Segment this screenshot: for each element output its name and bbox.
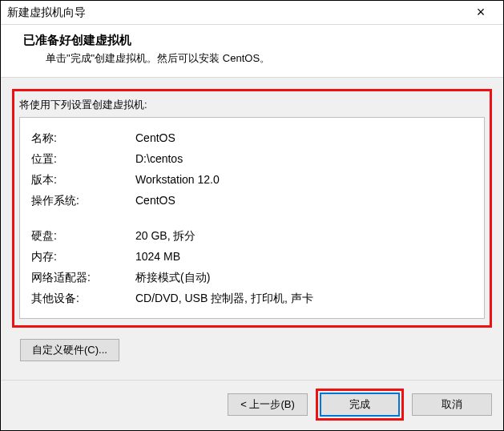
back-button[interactable]: < 上一步(B) xyxy=(228,393,308,416)
value-network: 桥接模式(自动) xyxy=(135,267,473,288)
finish-highlight: 完成 xyxy=(316,389,404,421)
customize-row: 自定义硬件(C)... xyxy=(12,339,492,361)
label-network: 网络适配器: xyxy=(31,267,135,288)
footer-buttons: < 上一步(B) 完成 取消 xyxy=(1,380,503,430)
value-location: D:\centos xyxy=(135,148,473,169)
value-version: Workstation 12.0 xyxy=(135,169,473,190)
label-location: 位置: xyxy=(31,148,135,169)
label-other: 其他设备: xyxy=(31,288,135,308)
customize-hardware-button[interactable]: 自定义硬件(C)... xyxy=(20,339,119,361)
cancel-button[interactable]: 取消 xyxy=(412,393,492,416)
summary-panel: 名称: CentOS 位置: D:\centos 版本: Workstation… xyxy=(19,117,485,319)
label-memory: 内存: xyxy=(31,246,135,267)
summary-highlight: 将使用下列设置创建虚拟机: 名称: CentOS 位置: D:\centos 版… xyxy=(12,89,492,328)
label-version: 版本: xyxy=(31,169,135,190)
value-disk: 20 GB, 拆分 xyxy=(135,225,473,246)
summary-caption: 将使用下列设置创建虚拟机: xyxy=(19,98,485,112)
body-spacer xyxy=(12,361,492,372)
close-icon[interactable]: × xyxy=(465,4,497,21)
value-memory: 1024 MB xyxy=(135,246,473,267)
finish-button[interactable]: 完成 xyxy=(320,393,400,417)
summary-row-memory: 内存: 1024 MB xyxy=(31,246,473,267)
summary-row-other: 其他设备: CD/DVD, USB 控制器, 打印机, 声卡 xyxy=(31,288,473,308)
label-disk: 硬盘: xyxy=(31,225,135,246)
window-title: 新建虚拟机向导 xyxy=(7,6,86,20)
label-os: 操作系统: xyxy=(31,190,135,211)
summary-row-version: 版本: Workstation 12.0 xyxy=(31,169,473,190)
summary-row-disk: 硬盘: 20 GB, 拆分 xyxy=(31,225,473,246)
summary-row-location: 位置: D:\centos xyxy=(31,148,473,169)
header-area: 已准备好创建虚拟机 单击"完成"创建虚拟机。然后可以安装 CentOS。 xyxy=(1,25,503,78)
page-heading: 已准备好创建虚拟机 xyxy=(23,33,481,48)
value-other: CD/DVD, USB 控制器, 打印机, 声卡 xyxy=(135,288,473,308)
summary-row-network: 网络适配器: 桥接模式(自动) xyxy=(31,267,473,288)
titlebar: 新建虚拟机向导 × xyxy=(1,1,503,25)
summary-row-name: 名称: CentOS xyxy=(31,127,473,148)
summary-row-os: 操作系统: CentOS xyxy=(31,190,473,211)
row-gap xyxy=(31,211,473,225)
value-name: CentOS xyxy=(135,127,473,148)
wizard-window: 新建虚拟机向导 × 已准备好创建虚拟机 单击"完成"创建虚拟机。然后可以安装 C… xyxy=(0,0,504,431)
page-subheading: 单击"完成"创建虚拟机。然后可以安装 CentOS。 xyxy=(23,51,481,66)
label-name: 名称: xyxy=(31,127,135,148)
body-area: 将使用下列设置创建虚拟机: 名称: CentOS 位置: D:\centos 版… xyxy=(1,78,503,380)
value-os: CentOS xyxy=(135,190,473,211)
